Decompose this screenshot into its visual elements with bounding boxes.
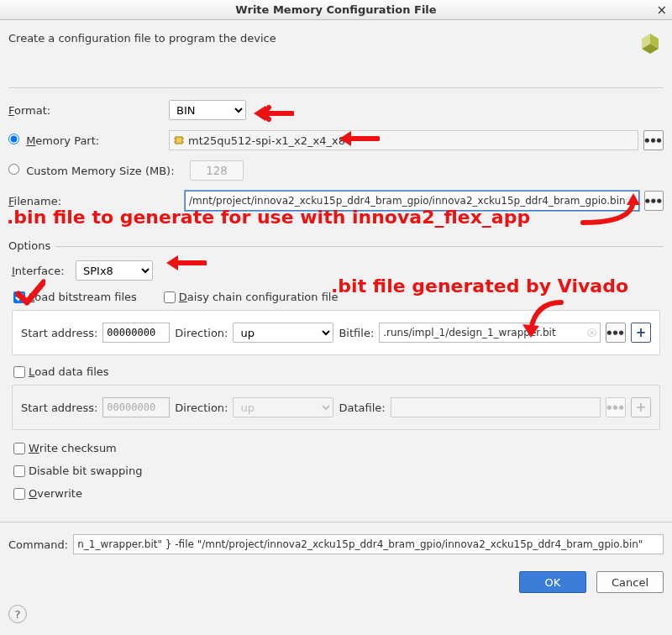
- memory-part-row: Memory Part: mt25qu512-spi-x1_x2_x4_x8 ●…: [8, 130, 664, 150]
- interface-select[interactable]: SPIx8: [76, 260, 153, 281]
- write-checksum-checkbox[interactable]: Write checksum: [13, 442, 660, 454]
- chip-icon: [173, 134, 185, 146]
- command-value: n_1_wrapper.bit" } -file "/mnt/project/i…: [77, 538, 643, 550]
- direction-label: Direction:: [175, 327, 228, 339]
- command-row: Command: n_1_wrapper.bit" } -file "/mnt/…: [8, 534, 664, 554]
- custom-size-row: Custom Memory Size (MB):: [8, 160, 664, 181]
- button-row: OK Cancel: [8, 571, 664, 593]
- direction-label-data: Direction:: [175, 401, 228, 414]
- daisy-chain-checkbox[interactable]: Daisy chain configuration file: [164, 291, 339, 303]
- ok-button[interactable]: OK: [519, 571, 586, 593]
- format-select[interactable]: BIN: [169, 100, 246, 120]
- options-legend: Options: [8, 239, 55, 252]
- daisy-chain-input[interactable]: [164, 291, 176, 303]
- memory-part-value: mt25qu512-spi-x1_x2_x4_x8: [188, 134, 345, 147]
- disable-bit-swapping-input[interactable]: [13, 465, 25, 477]
- overwrite-checkbox[interactable]: Overwrite: [13, 487, 660, 500]
- interface-row: IInterface:nterface: SPIx8: [12, 260, 660, 281]
- bitstream-box: Start address: Direction: up Bitfile: .r…: [12, 310, 660, 355]
- filename-label: Filename:: [8, 195, 180, 207]
- custom-size-label: Custom Memory Size (MB):: [8, 164, 185, 177]
- datafile-label: Datafile:: [339, 401, 385, 414]
- start-address-data-input: [102, 397, 170, 417]
- svg-rect-3: [176, 137, 182, 144]
- bitfile-input[interactable]: .runs/impl_1/design_1_wrapper.bit ⓧ: [379, 323, 601, 343]
- direction-data-select: up: [233, 397, 333, 417]
- custom-size-radio[interactable]: [8, 164, 19, 175]
- clear-icon[interactable]: ⓧ: [626, 195, 635, 207]
- dialog-content: Create a configuration file to program t…: [0, 20, 672, 601]
- close-icon[interactable]: ×: [656, 3, 667, 18]
- start-address-input[interactable]: [102, 323, 170, 343]
- bitfile-label: Bitfile:: [339, 327, 374, 339]
- filename-value: /mnt/project/innova2_xcku15p_ddr4_bram_g…: [189, 195, 626, 207]
- window-title: Write Memory Configuration File: [235, 3, 436, 16]
- help-button[interactable]: ?: [8, 605, 27, 623]
- filename-browse-button[interactable]: ●●●: [644, 191, 664, 211]
- extra-checks: Write checksum Disable bit swapping Over…: [13, 442, 660, 500]
- bitstream-checkbox-row: Load bitstream files Daisy chain configu…: [13, 291, 660, 303]
- overwrite-input[interactable]: [13, 488, 25, 500]
- bitfile-value: .runs/impl_1/design_1_wrapper.bit: [383, 327, 555, 338]
- load-data-checkbox[interactable]: Load data files: [13, 365, 109, 378]
- memory-part-field[interactable]: mt25qu512-spi-x1_x2_x4_x8: [169, 130, 638, 150]
- memory-part-radio[interactable]: [8, 134, 19, 144]
- command-label: Command:: [8, 538, 68, 551]
- interface-label: IInterface:nterface:: [12, 265, 71, 277]
- format-label: Format:: [8, 104, 164, 117]
- datafile-input: [391, 397, 601, 417]
- filename-input[interactable]: /mnt/project/innova2_xcku15p_ddr4_bram_g…: [185, 191, 639, 211]
- load-bitstream-input[interactable]: [13, 291, 25, 303]
- options-fieldset: Options IInterface:nterface: SPIx8 Load …: [8, 246, 664, 512]
- start-address-label: Start address:: [21, 327, 97, 339]
- memory-part-browse-button[interactable]: ●●●: [643, 130, 664, 150]
- command-field[interactable]: n_1_wrapper.bit" } -file "/mnt/project/i…: [73, 534, 664, 554]
- load-bitstream-checkbox[interactable]: Load bitstream files: [13, 291, 137, 303]
- header-row: Create a configuration file to program t…: [8, 32, 664, 88]
- divider: [0, 522, 672, 522]
- datafile-box: Start address: Direction: up Datafile: ●…: [12, 385, 660, 430]
- custom-size-input: [190, 160, 244, 181]
- direction-select[interactable]: up: [233, 323, 333, 343]
- clear-icon[interactable]: ⓧ: [587, 327, 596, 339]
- load-data-input[interactable]: [13, 366, 25, 378]
- app-logo: [638, 32, 664, 57]
- filename-row: Filename: /mnt/project/innova2_xcku15p_d…: [8, 191, 664, 211]
- cancel-button[interactable]: Cancel: [596, 571, 664, 593]
- bitfile-browse-button[interactable]: ●●●: [606, 323, 626, 343]
- memory-part-label: Memory Part:: [8, 134, 164, 147]
- add-datafile-button: +: [631, 397, 651, 417]
- datafile-browse-button: ●●●: [606, 397, 626, 417]
- write-checksum-input[interactable]: [13, 443, 25, 454]
- disable-bit-swapping-checkbox[interactable]: Disable bit swapping: [13, 464, 660, 477]
- titlebar: Write Memory Configuration File ×: [0, 0, 672, 20]
- format-row: Format: BIN: [8, 100, 664, 120]
- start-address-label-data: Start address:: [21, 401, 97, 414]
- subtitle: Create a configuration file to program t…: [8, 32, 276, 45]
- datafile-checkbox-row: Load data files: [13, 365, 660, 378]
- add-bitfile-button[interactable]: +: [631, 323, 651, 343]
